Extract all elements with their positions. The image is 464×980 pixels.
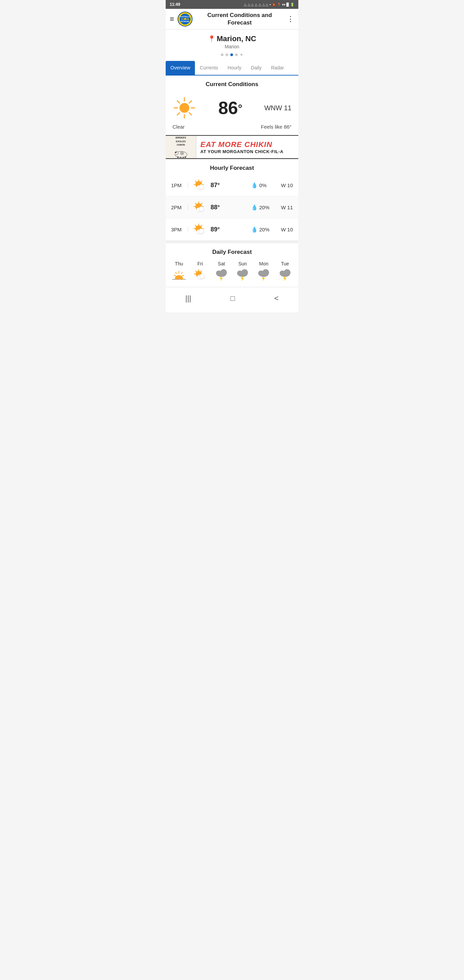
dot-4[interactable]: [235, 53, 238, 56]
daily-icon-tue: [278, 269, 292, 282]
svg-point-22: [180, 152, 184, 155]
app-logo: FOOTHILLS ACTION NETWORK: [178, 11, 192, 27]
hourly-section: Hourly Forecast 1PM: [166, 159, 298, 240]
svg-line-56: [176, 272, 176, 274]
location-name: 📍 Marion, NC: [170, 34, 294, 43]
tab-radar[interactable]: Radar: [266, 61, 289, 76]
daily-icon-sat: [214, 269, 229, 282]
svg-point-33: [199, 185, 204, 189]
svg-text:NETWORK: NETWORK: [181, 21, 189, 22]
hourly-row-2pm: 2PM 88° 💧: [166, 196, 298, 218]
ad-banner[interactable]: BIRDEES EAGLES CHIKIN EA: [166, 135, 298, 159]
location-sub: Marion: [170, 44, 294, 49]
svg-line-38: [195, 203, 197, 205]
daily-day-fri: Fri: [192, 261, 208, 282]
more-options-button[interactable]: ⋮: [287, 14, 294, 24]
hourly-precip-3pm: 💧 20%: [251, 226, 275, 233]
svg-point-76: [262, 269, 269, 276]
daily-day-name-thu: Thu: [175, 261, 183, 266]
hourly-wind-3pm: W 10: [278, 227, 293, 232]
svg-line-30: [201, 181, 202, 182]
hourly-row-1pm: 1PM: [166, 174, 298, 196]
dot-add[interactable]: +: [240, 52, 243, 57]
svg-line-12: [177, 113, 180, 115]
ad-text: EAT MORE CHIKIN AT YOUR MORGANTON CHICK-…: [196, 137, 298, 157]
menu-button[interactable]: ≡: [170, 14, 174, 24]
nav-back-button[interactable]: |||: [179, 291, 198, 305]
svg-line-28: [195, 181, 197, 182]
main-content: Current Conditions 86° WNW 11: [166, 76, 298, 287]
hourly-icon-1pm: [191, 178, 208, 192]
daily-day-sat: Sat: [214, 261, 229, 282]
hourly-forecast-title: Hourly Forecast: [166, 159, 298, 174]
sun-icon: [172, 96, 196, 120]
svg-rect-17: [180, 157, 181, 158]
svg-line-57: [181, 272, 182, 274]
hourly-time-1pm: 1PM: [171, 182, 188, 188]
app-title: Current Conditions and Forecast: [196, 11, 283, 27]
dot-1[interactable]: [221, 53, 224, 56]
hourly-time-2pm: 2PM: [171, 205, 188, 210]
tab-daily[interactable]: Daily: [246, 61, 266, 76]
hourly-icon-3pm: [191, 223, 208, 236]
hourly-temp-3pm: 89°: [211, 226, 248, 233]
hourly-time-3pm: 3PM: [171, 227, 188, 232]
svg-point-80: [284, 269, 291, 276]
svg-point-20: [175, 152, 176, 153]
current-main-row: 86° WNW 11: [172, 93, 292, 123]
daily-day-mon: Mon: [256, 261, 271, 282]
svg-point-21: [174, 153, 176, 154]
ad-location: AT YOUR MORGANTON CHICK-FIL-A: [200, 149, 294, 154]
svg-line-62: [201, 271, 202, 272]
temperature-value: 86: [218, 98, 238, 118]
drop-icon-2pm: 💧: [251, 204, 258, 211]
svg-line-10: [189, 113, 192, 115]
svg-text:FOOTHILLS: FOOTHILLS: [180, 16, 190, 18]
hourly-wind-2pm: W 11: [278, 205, 293, 210]
svg-point-65: [200, 274, 205, 279]
daily-icon-fri: [192, 269, 208, 282]
svg-rect-16: [177, 156, 179, 158]
current-conditions: 86° WNW 11 Clear Feels like 86°: [166, 91, 298, 135]
hourly-precip-1pm: 💧 0%: [251, 182, 275, 189]
nav-home-button[interactable]: □: [224, 291, 242, 305]
degree-symbol: °: [238, 102, 243, 115]
hourly-icon-2pm: [191, 200, 208, 214]
svg-point-13: [180, 103, 189, 113]
daily-days-row: Thu: [166, 258, 298, 282]
tab-hourly[interactable]: Hourly: [223, 61, 246, 76]
daily-day-name-tue: Tue: [281, 261, 289, 266]
svg-line-54: [174, 275, 176, 276]
svg-line-48: [201, 225, 202, 227]
daily-icon-sun: [235, 269, 250, 282]
nav-recent-button[interactable]: <: [267, 291, 285, 305]
current-bottom-row: Clear Feels like 86°: [172, 124, 292, 130]
daily-icon-thu: [172, 269, 186, 282]
hourly-temp-1pm: 87°: [211, 182, 248, 189]
svg-rect-18: [183, 157, 184, 158]
daily-day-name-fri: Fri: [197, 261, 203, 266]
location-section: 📍 Marion, NC Marion +: [166, 30, 298, 61]
svg-line-11: [189, 101, 192, 103]
tab-overview[interactable]: Overview: [166, 61, 195, 76]
status-time: 11:49: [170, 2, 180, 7]
nav-bar: ||| □ <: [166, 287, 298, 312]
daily-day-name-sun: Sun: [238, 261, 247, 266]
svg-line-39: [201, 203, 202, 205]
dot-2[interactable]: [226, 53, 228, 56]
wind-display: WNW 11: [264, 104, 292, 112]
tab-currents[interactable]: Currents: [195, 61, 223, 76]
status-icons: △ △ △ △ △ △ △ • 🔕 📍 ▾▾ ▉ 🔋: [244, 3, 294, 6]
svg-rect-19: [185, 156, 186, 158]
svg-line-55: [182, 275, 184, 276]
daily-forecast-title: Daily Forecast: [166, 243, 298, 258]
pin-icon: 📍: [208, 35, 215, 43]
hourly-temp-2pm: 88°: [211, 204, 248, 211]
current-conditions-title: Current Conditions: [166, 76, 298, 91]
drop-icon-3pm: 💧: [251, 226, 258, 233]
dot-3-active[interactable]: [230, 53, 233, 56]
svg-line-9: [177, 101, 180, 103]
status-bar: 11:49 △ △ △ △ △ △ △ • 🔕 📍 ▾▾ ▉ 🔋: [166, 0, 298, 9]
hourly-precip-2pm: 💧 20%: [251, 204, 275, 211]
daily-day-tue: Tue: [278, 261, 292, 282]
